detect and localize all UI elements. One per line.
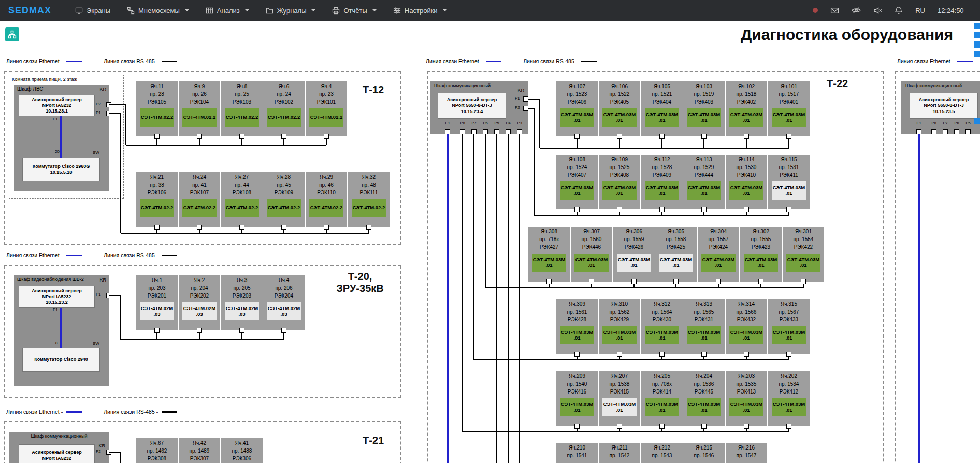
device-cell[interactable]: Яч.28пр. 45РЭК109СЭТ-4ТМ.02.2 [263, 172, 305, 227]
meter-status-box[interactable]: СЭТ-4ТМ.02.2 [225, 108, 259, 127]
device-cell[interactable]: Яч.32пр. 48РЭК111СЭТ-4ТМ.02.2 [348, 172, 390, 227]
side-panel-toggle[interactable] [974, 51, 980, 57]
device-cell[interactable]: Яч.41пр. 1488РЭК306 [221, 438, 263, 463]
meter-status-box[interactable]: СЭТ-4ТМ.02М.03 [267, 302, 301, 320]
bell-icon[interactable] [895, 6, 903, 15]
meter-status-box[interactable]: СЭТ-4ТМ.03М.01 [772, 181, 806, 200]
meter-status-box[interactable]: СЭТ-4ТМ.02.2 [352, 199, 386, 217]
meter-status-box[interactable]: СЭТ-4ТМ.03М.01 [532, 254, 566, 272]
device-cell[interactable]: Яч.109пр. 1525РЭК408СЭТ-4ТМ.03М.01 [599, 155, 640, 209]
meter-status-box[interactable]: СЭТ-4ТМ.03М.01 [772, 398, 806, 416]
device-cell[interactable]: Яч.310пр. 1562РЭК429СЭТ-4ТМ.03М.01 [599, 299, 640, 354]
meter-status-box[interactable]: СЭТ-4ТМ.03М.01 [645, 181, 679, 200]
device-cell[interactable]: Яч.211пр. 1542 [599, 443, 640, 463]
meter-status-box[interactable]: СЭТ-4ТМ.02.2 [140, 199, 174, 217]
meter-status-box[interactable]: СЭТ-4ТМ.03М.01 [602, 108, 637, 127]
device-cell[interactable]: Яч.302пр. 1555РЭК423СЭТ-4ТМ.03М.01 [740, 227, 782, 282]
device-cell[interactable]: Яч.24пр. 41РЭК107СЭТ-4ТМ.02.2 [179, 172, 220, 227]
device-cell[interactable]: Яч.4пр. 206РЭК204СЭТ-4ТМ.02М.03 [263, 275, 305, 330]
device-cell[interactable]: Яч.315пр. 1567РЭК433СЭТ-4ТМ.03М.01 [768, 299, 810, 354]
meter-status-box[interactable]: СЭТ-4ТМ.03М.01 [574, 254, 609, 272]
device-cell[interactable]: Яч.312пр. 1564РЭК430СЭТ-4ТМ.03М.01 [641, 299, 683, 354]
meter-status-box[interactable]: СЭТ-4ТМ.03М.01 [772, 326, 806, 344]
device-cell[interactable]: Яч.29пр. 46РЭК110СЭТ-4ТМ.02.2 [306, 172, 347, 227]
meter-status-box[interactable]: СЭТ-4ТМ.02.2 [225, 199, 259, 217]
device-cell[interactable]: Яч.4пр. 23РЭК101СЭТ-4ТМ.02.2 [306, 81, 347, 136]
device-cell[interactable]: Яч.107пр. 1523РЭК406СЭТ-4ТМ.03М.01 [556, 81, 598, 136]
side-panel-toggle[interactable] [974, 118, 980, 124]
meter-status-box[interactable]: СЭТ-4ТМ.02.2 [309, 199, 343, 217]
device-cell[interactable]: Яч.114пр. 1530РЭК410СЭТ-4ТМ.03М.01 [726, 155, 767, 209]
meter-status-box[interactable]: СЭТ-4ТМ.02.2 [140, 108, 174, 127]
eye-off-icon[interactable] [852, 6, 861, 15]
server-box[interactable]: Асинхронный сервер NPort 5650-8-DT-J 10.… [910, 93, 978, 119]
menu-screens[interactable]: Экраны [75, 7, 110, 15]
device-cell[interactable]: Яч.307пр. 1560РЭК446СЭТ-4ТМ.03М.01 [571, 227, 612, 282]
meter-status-box[interactable]: СЭТ-4ТМ.02.2 [267, 108, 301, 127]
device-cell[interactable]: Яч.204пр. 1536РЭК445СЭТ-4ТМ.03М.01 [683, 371, 725, 426]
meter-status-box[interactable]: СЭТ-4ТМ.03М.01 [687, 181, 721, 200]
device-cell[interactable]: Яч.6пр. 24РЭК102СЭТ-4ТМ.02.2 [263, 81, 305, 136]
menu-settings[interactable]: Настройки [393, 7, 447, 15]
device-cell[interactable]: Яч.113пр. 1529РЭК444СЭТ-4ТМ.03М.01 [683, 155, 725, 209]
meter-status-box[interactable]: СЭТ-4ТМ.03М.01 [560, 181, 594, 200]
meter-status-box[interactable]: СЭТ-4ТМ.03М.01 [617, 254, 651, 272]
device-cell[interactable]: Яч.21пр. 38РЭК106СЭТ-4ТМ.02.2 [136, 172, 178, 227]
device-cell[interactable]: Яч.205пр. 708хРЭК414СЭТ-4ТМ.03М.01 [641, 371, 683, 426]
meter-status-box[interactable]: СЭТ-4ТМ.03М.01 [729, 108, 763, 127]
device-cell[interactable]: Яч.306пр. 1559РЭК426СЭТ-4ТМ.03М.01 [613, 227, 655, 282]
device-cell[interactable]: Яч.212пр. 1543 [641, 443, 683, 463]
menu-mnemoschemes[interactable]: Мнемосхемы [127, 7, 189, 15]
meter-status-box[interactable]: СЭТ-4ТМ.02М.03 [140, 302, 174, 320]
device-cell[interactable]: Яч.313пр. 1565РЭК431СЭТ-4ТМ.03М.01 [683, 299, 725, 354]
switch-box[interactable]: Коммутатор Cisco 2960G 10.15.5.18 [22, 158, 100, 181]
meter-status-box[interactable]: СЭТ-4ТМ.02М.03 [225, 302, 259, 320]
meter-status-box[interactable]: СЭТ-4ТМ.03М.01 [659, 254, 693, 272]
meter-status-box[interactable]: СЭТ-4ТМ.02.2 [182, 108, 217, 127]
device-cell[interactable]: Яч.308пр. 718кРЭК427СЭТ-4ТМ.03М.01 [528, 227, 570, 282]
device-cell[interactable]: Яч.27пр. 44РЭК108СЭТ-4ТМ.02.2 [221, 172, 263, 227]
device-cell[interactable]: Яч.314пр. 1566РЭК432СЭТ-4ТМ.03М.01 [726, 299, 767, 354]
meter-status-box[interactable]: СЭТ-4ТМ.03М.01 [786, 254, 820, 272]
mail-icon[interactable] [830, 6, 839, 15]
device-cell[interactable]: Яч.8пр. 25РЭК103СЭТ-4ТМ.02.2 [221, 81, 263, 136]
mnemoscheme-tree-button[interactable] [5, 27, 19, 41]
meter-status-box[interactable]: СЭТ-4ТМ.03М.01 [687, 398, 721, 416]
device-cell[interactable]: Яч.11пр. 28РЭК105СЭТ-4ТМ.02.2 [136, 81, 178, 136]
device-cell[interactable]: Яч.115пр. 1531РЭК411СЭТ-4ТМ.03М.01 [768, 155, 810, 209]
meter-status-box[interactable]: СЭТ-4ТМ.03М.01 [729, 398, 763, 416]
sedmax-logo[interactable]: SEDMAX [8, 5, 51, 16]
device-cell[interactable]: Яч.105пр. 1521РЭК404СЭТ-4ТМ.03М.01 [641, 81, 683, 136]
meter-status-box[interactable]: СЭТ-4ТМ.03М.01 [744, 254, 778, 272]
meter-status-box[interactable]: СЭТ-4ТМ.03М.01 [645, 108, 679, 127]
language-switcher[interactable]: RU [915, 7, 925, 15]
meter-status-box[interactable]: СЭТ-4ТМ.03М.01 [560, 108, 594, 127]
meter-status-box[interactable]: СЭТ-4ТМ.03М.01 [687, 108, 721, 127]
device-cell[interactable]: Яч.2пр. 204РЭК202СЭТ-4ТМ.02М.03 [179, 275, 220, 330]
device-cell[interactable]: Яч.101пр. 1517РЭК401СЭТ-4ТМ.03М.01 [768, 81, 810, 136]
device-cell[interactable]: Яч.304пр. 1557РЭК424СЭТ-4ТМ.03М.01 [698, 227, 739, 282]
meter-status-box[interactable]: СЭТ-4ТМ.03М.01 [560, 326, 594, 344]
device-cell[interactable]: Яч.210пр. 1541 [556, 443, 598, 463]
device-cell[interactable]: Яч.203пр. 1535РЭК413СЭТ-4ТМ.03М.01 [726, 371, 767, 426]
device-cell[interactable]: Яч.102пр. 1518РЭК402СЭТ-4ТМ.03М.01 [726, 81, 767, 136]
device-cell[interactable]: Яч.106пр. 1522РЭК405СЭТ-4ТМ.03М.01 [599, 81, 640, 136]
device-cell[interactable]: Яч.216пр. 1547 [726, 443, 767, 463]
menu-journals[interactable]: Журналы [266, 7, 316, 15]
meter-status-box[interactable]: СЭТ-4ТМ.03М.01 [645, 326, 679, 344]
device-cell[interactable]: Яч.9пр. 26РЭК104СЭТ-4ТМ.02.2 [179, 81, 220, 136]
device-cell[interactable]: Яч.3пр. 205РЭК203СЭТ-4ТМ.02М.03 [221, 275, 263, 330]
meter-status-box[interactable]: СЭТ-4ТМ.03М.01 [602, 326, 637, 344]
menu-reports[interactable]: Отчёты [332, 7, 376, 15]
device-cell[interactable]: Яч.103пр. 1519РЭК403СЭТ-4ТМ.03М.01 [683, 81, 725, 136]
meter-status-box[interactable]: СЭТ-4ТМ.03М.01 [687, 326, 721, 344]
device-cell[interactable]: Яч.108пр. 1524РЭК407СЭТ-4ТМ.03М.01 [556, 155, 598, 209]
meter-status-box[interactable]: СЭТ-4ТМ.03М.01 [772, 108, 806, 127]
meter-status-box[interactable]: СЭТ-4ТМ.03М.01 [729, 326, 763, 344]
server-box[interactable]: Асинхронный сервер NPort IA5232 10.15.23… [19, 95, 95, 116]
server-box[interactable]: Асинхронный сервер NPort IA5232 [19, 444, 95, 463]
side-panel-toggle[interactable] [974, 32, 980, 38]
device-cell[interactable]: Яч.305пр. 1558РЭК425СЭТ-4ТМ.03М.01 [655, 227, 697, 282]
device-cell[interactable]: Яч.67пр. 1462РЭК308 [136, 438, 178, 463]
meter-status-box[interactable]: СЭТ-4ТМ.02.2 [309, 108, 343, 127]
